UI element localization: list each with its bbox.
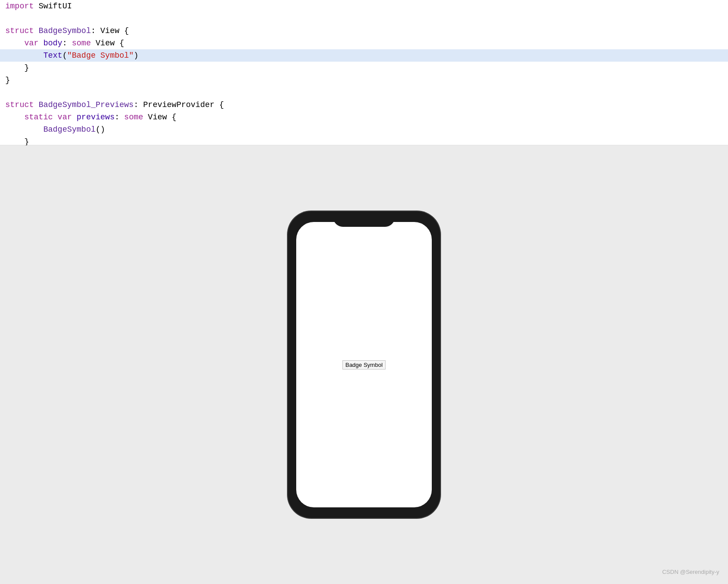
watermark: CSDN @Serendipity-y	[662, 569, 719, 575]
type-badge-symbol: BadgeSymbol	[39, 25, 91, 37]
badge-symbol-preview-text: Badge Symbol	[342, 360, 386, 370]
code-line-close-struct1: }	[0, 74, 728, 86]
iphone-mockup: Badge Symbol	[289, 213, 439, 517]
code-line-import: import SwiftUI	[0, 0, 728, 12]
code-line-badge-call: BadgeSymbol ()	[0, 123, 728, 136]
code-line-struct1: struct BadgeSymbol : View {	[0, 25, 728, 37]
code-editor: import SwiftUI struct BadgeSymbol : View…	[0, 0, 728, 145]
string-badge-symbol: "Badge Symbol"	[67, 49, 133, 62]
space	[34, 0, 39, 12]
swiftui-name: SwiftUI	[39, 0, 72, 12]
keyword-some2: some	[124, 111, 143, 123]
code-line-var-body: var body : some View {	[0, 37, 728, 49]
keyword-var2: var	[58, 111, 72, 123]
keyword-var: var	[24, 37, 38, 49]
type-badge-symbol-previews: BadgeSymbol_Previews	[39, 99, 134, 111]
keyword-struct1: struct	[5, 25, 34, 37]
code-line-struct2: struct BadgeSymbol_Previews : PreviewPro…	[0, 99, 728, 111]
iphone-screen: Badge Symbol	[296, 222, 432, 507]
keyword-struct2: struct	[5, 99, 34, 111]
keyword-static: static	[24, 111, 53, 123]
previews-name: previews	[77, 111, 114, 123]
code-line-close-body: }	[0, 62, 728, 74]
text-func: Text	[43, 49, 62, 62]
keyword-some: some	[72, 37, 91, 49]
badge-symbol-call: BadgeSymbol	[43, 123, 96, 136]
code-line-static-var: static var previews : some View {	[0, 111, 728, 123]
body-name: body	[43, 37, 62, 49]
code-line-blank2	[0, 86, 728, 99]
code-line-text-call: Text ( "Badge Symbol" )	[0, 49, 728, 62]
code-line-blank1	[0, 12, 728, 25]
colon-view: : View {	[91, 25, 129, 37]
iphone-notch	[333, 213, 395, 227]
preview-area: Badge Symbol CSDN @Serendipity-y	[0, 145, 728, 584]
keyword-import: import	[5, 0, 34, 12]
